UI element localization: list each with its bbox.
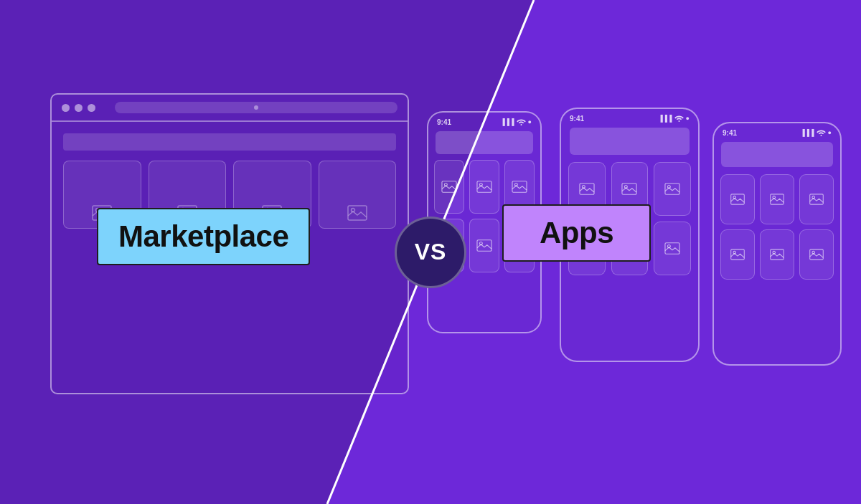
phone-card [654, 222, 691, 275]
phone-statusbar-2: 9:41 ▐▐▐ ● [561, 109, 698, 128]
phone-statusbar-3: 9:41 ▐▐▐ ● [714, 123, 840, 142]
phone-mockup-3: 9:41 ▐▐▐ ● [712, 122, 842, 366]
phone-card [799, 229, 834, 280]
phone-app-card [469, 219, 499, 272]
phone-card [760, 229, 794, 280]
browser-card [319, 161, 397, 229]
phone3-grid [714, 174, 840, 280]
phone-header-bar [436, 131, 533, 154]
svg-point-35 [820, 135, 822, 136]
marketplace-text: Marketplace [118, 219, 288, 253]
vs-text: VS [415, 239, 447, 265]
phone-card [654, 162, 691, 216]
battery-icon: ● [528, 118, 532, 125]
phone-time-1: 9:41 [437, 118, 451, 126]
phone-app-card [469, 160, 499, 214]
phone-signal-3: ▐▐▐ ● [800, 129, 832, 136]
apps-text: Apps [540, 216, 613, 249]
browser-dot-3 [88, 104, 95, 112]
browser-titlebar [52, 95, 408, 122]
phone3-header [721, 142, 833, 167]
svg-point-22 [678, 120, 679, 122]
vs-circle: VS [395, 217, 466, 288]
browser-dot-2 [75, 104, 83, 112]
phone-card [720, 174, 755, 224]
phone-signal-1: ▐▐▐ ● [500, 118, 532, 125]
phone-card [799, 174, 834, 224]
apps-label: Apps [502, 204, 651, 262]
svg-point-9 [520, 124, 522, 125]
phone-time-2: 9:41 [570, 115, 584, 123]
phone-card [760, 174, 794, 224]
browser-addressbar [115, 102, 397, 113]
phone2-header [570, 128, 690, 155]
marketplace-label: Marketplace [97, 208, 310, 265]
phone-signal-2: ▐▐▐ ● [658, 115, 690, 122]
phone-card [720, 229, 755, 280]
signal-bars-icon: ▐▐▐ [500, 118, 514, 125]
main-container: Marketplace VS 9:41 ▐▐▐ ● [0, 0, 861, 504]
browser-nav [63, 133, 396, 151]
phone-statusbar-1: 9:41 ▐▐▐ ● [428, 113, 540, 131]
phone-app-card [434, 160, 464, 214]
browser-dot-1 [62, 104, 70, 112]
phone-time-3: 9:41 [723, 129, 737, 137]
